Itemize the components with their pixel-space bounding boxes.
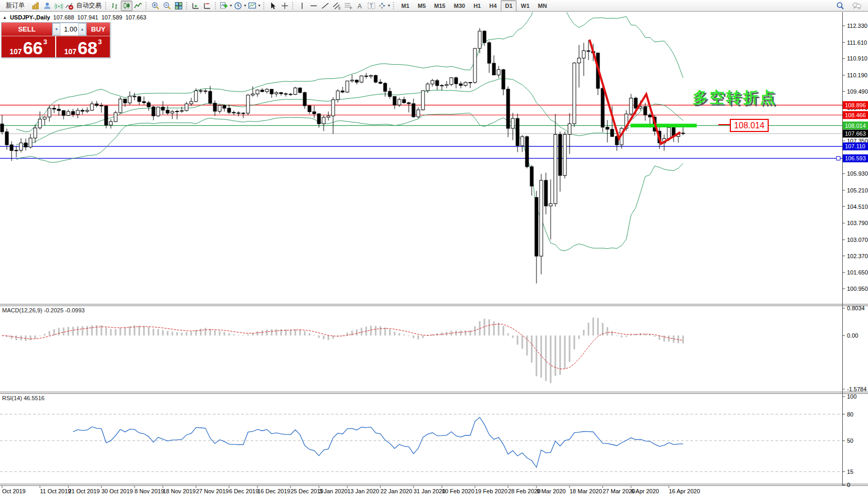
horizontal-line-objects — [0, 105, 842, 160]
svg-text:105.210: 105.210 — [847, 187, 868, 194]
svg-text:6 Dec 2019: 6 Dec 2019 — [229, 488, 259, 494]
mt4-window: 新订单 自动交易 — [0, 0, 868, 498]
low-value: 107.589 — [101, 14, 122, 21]
buy-price-point: 3 — [98, 36, 101, 45]
volume-stepper: ▼ ▲ — [52, 23, 87, 36]
svg-text:8 Nov 2019: 8 Nov 2019 — [135, 488, 164, 494]
sell-price-prefix: 107 — [9, 47, 22, 56]
svg-text:21 Oct 2019: 21 Oct 2019 — [68, 488, 100, 494]
open-value: 107.688 — [53, 14, 74, 21]
svg-text:102.370: 102.370 — [847, 253, 868, 259]
chart-canvas[interactable]: 112.330111.610110.910110.190109.490108.7… — [0, 0, 868, 498]
close-value: 107.663 — [126, 14, 147, 21]
svg-text:Oct 2019: Oct 2019 — [2, 488, 26, 494]
symbol-period-label: USDJPY-,Daily — [10, 14, 50, 21]
svg-text:101.650: 101.650 — [847, 269, 868, 276]
sell-button[interactable]: SELL — [2, 23, 52, 36]
svg-text:3 Jan 2020: 3 Jan 2020 — [319, 488, 347, 494]
macd-histogram — [2, 318, 684, 383]
svg-text:109.490: 109.490 — [847, 88, 868, 95]
svg-text:110.190: 110.190 — [847, 72, 867, 78]
chart-title: ▲ USDJPY-,Daily 107.688 107.941 107.589 … — [3, 14, 146, 21]
svg-text:100.950: 100.950 — [847, 286, 868, 292]
rsi-indicator-label: RSI(14) 46.5516 — [2, 395, 45, 401]
svg-text:107.110: 107.110 — [845, 143, 865, 149]
svg-text:50: 50 — [847, 438, 853, 444]
svg-text:15: 15 — [847, 469, 853, 475]
svg-text:103.790: 103.790 — [847, 220, 868, 226]
svg-text:30 Oct 2019: 30 Oct 2019 — [101, 488, 133, 494]
rsi-levels — [0, 414, 842, 472]
volume-up-button[interactable]: ▲ — [78, 23, 86, 35]
svg-text:27 Nov 2019: 27 Nov 2019 — [196, 488, 229, 494]
svg-text:16 Dec 2019: 16 Dec 2019 — [257, 488, 290, 494]
callout-connector-line — [718, 124, 730, 125]
svg-text:107.663: 107.663 — [845, 130, 866, 137]
svg-text:-1.5784: -1.5784 — [847, 386, 866, 392]
svg-text:19 Feb 2020: 19 Feb 2020 — [475, 488, 508, 494]
rsi-line — [73, 418, 683, 467]
candlesticks — [1, 28, 685, 283]
svg-text:100: 100 — [847, 393, 856, 400]
volume-input[interactable] — [60, 23, 78, 35]
svg-text:0: 0 — [847, 482, 850, 488]
high-value: 107.941 — [77, 14, 98, 21]
svg-text:6 Apr 2020: 6 Apr 2020 — [631, 488, 659, 494]
svg-text:110.910: 110.910 — [847, 55, 867, 62]
time-axis: Oct 201911 Oct 201921 Oct 201930 Oct 201… — [2, 486, 700, 494]
svg-text:108.466: 108.466 — [845, 112, 866, 118]
svg-text:103.070: 103.070 — [847, 237, 868, 243]
svg-text:13 Jan 2020: 13 Jan 2020 — [347, 488, 379, 494]
line-handle[interactable] — [836, 157, 840, 160]
sell-price-point: 3 — [43, 36, 47, 45]
svg-text:11 Oct 2019: 11 Oct 2019 — [40, 488, 71, 494]
svg-text:106.593: 106.593 — [845, 155, 866, 161]
svg-text:104.510: 104.510 — [847, 204, 868, 210]
price-callout-label[interactable]: 108.014 — [730, 119, 769, 132]
svg-text:80: 80 — [847, 411, 853, 418]
sell-price-pips: 66 — [23, 40, 43, 56]
buy-price-pips: 68 — [78, 40, 98, 56]
svg-text:22 Jan 2020: 22 Jan 2020 — [380, 488, 412, 494]
buy-price-prefix: 107 — [64, 47, 76, 56]
buy-price[interactable]: 107 68 3 — [56, 36, 110, 57]
one-click-trading-widget: SELL ▼ ▲ BUY 107 66 3 107 68 3 — [1, 22, 110, 58]
svg-text:108.014: 108.014 — [845, 123, 866, 129]
svg-text:27 Mar 2020: 27 Mar 2020 — [603, 488, 635, 494]
svg-text:0.00: 0.00 — [847, 332, 858, 339]
svg-text:18 Mar 2020: 18 Mar 2020 — [570, 488, 602, 494]
macd-signal-line — [2, 324, 683, 369]
svg-text:18 Nov 2019: 18 Nov 2019 — [163, 488, 195, 494]
collapse-arrow-icon[interactable]: ▲ — [3, 15, 7, 20]
sell-price[interactable]: 107 66 3 — [2, 36, 56, 57]
svg-text:10 Feb 2020: 10 Feb 2020 — [442, 488, 474, 494]
price-axis: 112.330111.610110.910110.190109.490108.7… — [842, 23, 868, 488]
buy-button[interactable]: BUY — [87, 23, 110, 36]
macd-indicator-label: MACD(12,26,9) -0.2025 -0.0993 — [2, 307, 85, 313]
svg-text:108.896: 108.896 — [845, 102, 866, 108]
svg-text:105.930: 105.930 — [847, 170, 868, 177]
svg-text:9 Mar 2020: 9 Mar 2020 — [536, 488, 566, 494]
svg-text:112.330: 112.330 — [847, 23, 867, 29]
svg-text:31 Jan 2020: 31 Jan 2020 — [414, 488, 446, 494]
svg-text:16 Apr 2020: 16 Apr 2020 — [669, 488, 700, 494]
svg-text:0.8034: 0.8034 — [847, 305, 865, 311]
svg-text:28 Feb 2020: 28 Feb 2020 — [508, 488, 541, 494]
turning-point-annotation[interactable]: 多空转折点 — [693, 87, 777, 108]
volume-down-button[interactable]: ▼ — [53, 23, 60, 35]
svg-text:111.610: 111.610 — [847, 39, 867, 46]
